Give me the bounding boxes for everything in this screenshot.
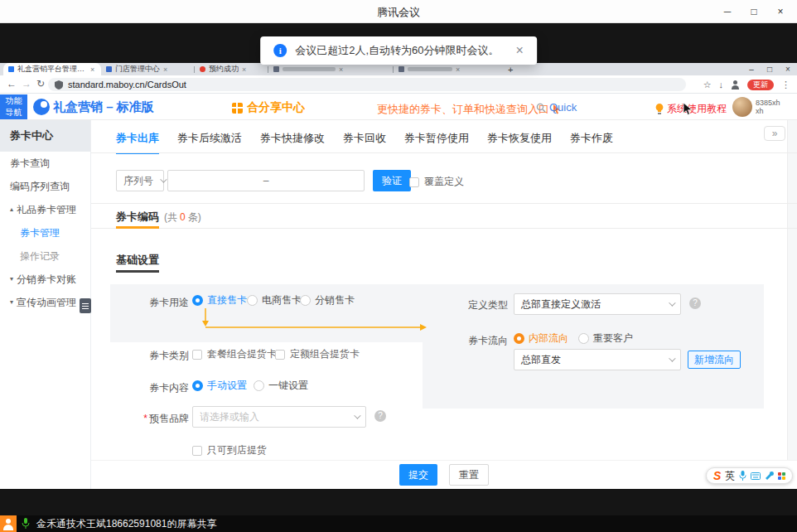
nav-toggle-button[interactable]: 功能 导航 [0,94,27,119]
checkbox-package-combo[interactable]: 套餐组合提货卡 [192,347,277,361]
tab-card-void[interactable]: 券卡作废 [570,131,613,154]
ime-logo-icon[interactable]: S [713,468,721,483]
sidebar-header: 券卡中心 [0,120,90,152]
help-icon[interactable]: ? [374,410,386,422]
minimize-icon[interactable]: ─ [714,0,741,23]
add-flow-button[interactable]: 新增流向 [688,351,741,369]
radio-direct-sale[interactable]: 直接售卡 [192,293,247,307]
browser-maximize-icon[interactable]: □ [761,63,779,75]
maximize-icon[interactable]: □ [741,0,767,23]
divider [91,152,797,153]
new-tab-icon[interactable]: + [508,65,513,75]
checkbox-icon [192,350,202,360]
radio-one-click-setup[interactable]: 一键设置 [254,379,308,393]
ime-toolbar[interactable]: S 英 [706,467,793,484]
tab-close-icon[interactable]: × [90,65,94,74]
help-icon[interactable]: ? [689,297,701,309]
user-avatar[interactable] [732,97,752,117]
tab-card-activate[interactable]: 券卡后续激活 [177,131,242,154]
sidebar-item-card-query[interactable]: 券卡查询 [0,152,90,175]
sidebar-collapse-handle[interactable] [80,298,91,313]
caret-down-icon: ▾ [10,291,13,314]
panel-collapse-button[interactable]: » [764,126,785,141]
toast-close-icon[interactable]: × [515,45,523,56]
sidebar-group-gift-card-mgmt[interactable]: ▴ 礼品券卡管理 [0,198,90,221]
browser-close-icon[interactable]: × [779,63,797,75]
brand-select[interactable]: 请选择或输入 [192,406,366,428]
back-icon[interactable]: ← [7,78,17,89]
browser-tab-active[interactable]: 礼盒营销平台管理中心 × [3,63,101,75]
radio-label: 直接售卡 [207,293,247,307]
browser-update-button[interactable]: 更新 [747,80,774,90]
close-icon[interactable]: × [767,0,794,23]
ime-language-toggle[interactable]: 英 [725,469,735,483]
serial-range-input[interactable] [167,170,365,191]
sidebar: 券卡中心 券卡查询 编码序列查询 ▴ 礼品券卡管理 券卡管理 操作记录 ▾ 分销… [0,120,91,489]
ime-mic-icon[interactable] [739,471,746,481]
override-checkbox[interactable]: 覆盖定义 [409,175,464,189]
divider [91,228,797,229]
tab-close-icon[interactable]: × [339,65,343,74]
tab-card-resume[interactable]: 券卡恢复使用 [487,131,552,154]
tab-label-obscured [283,67,336,71]
profile-icon[interactable] [731,80,740,89]
submit-button[interactable]: 提交 [399,464,437,486]
tab-card-suspend[interactable]: 券卡暂停使用 [404,131,469,154]
quick-label: Quick [549,101,577,114]
tab-label: 礼盒营销平台管理中心 [17,64,87,75]
count-value: 0 [180,211,186,223]
tab-card-outbound[interactable]: 券卡出库 [116,131,159,154]
define-type-select[interactable]: 总部直接定义激活 [514,293,681,315]
sidebar-item-label: 分销券卡对账 [17,268,76,291]
tab-card-recycle[interactable]: 券卡回收 [343,131,386,154]
share-status-text: 金禾通技术王斌18662591081的屏幕共享 [36,517,216,531]
browser-tab[interactable]: 预约成功 × [195,63,268,75]
browser-tab-obscured[interactable]: × [268,63,393,75]
radio-manual-setup[interactable]: 手动设置 [192,379,247,393]
bookmark-star-icon[interactable]: ☆ [703,80,712,90]
promo-link[interactable]: 更快捷的券卡、订单和快递查询入口 [377,102,561,117]
ime-keyboard-icon[interactable] [751,472,761,480]
tab-close-icon[interactable]: × [456,65,460,74]
radio-internal-flow[interactable]: 内部流向 [514,331,568,346]
shield-icon [55,80,63,89]
serial-type-select[interactable]: 序列号 [116,170,164,191]
quick-search[interactable]: Quick [536,101,577,114]
ime-panel-icon[interactable] [778,472,785,480]
tab-close-icon[interactable]: × [163,65,167,74]
browser-minimize-icon[interactable]: – [742,63,761,75]
define-type-value: 总部直接定义激活 [521,297,601,312]
url-bar[interactable]: standard.maboy.cn/CardsOut [48,78,686,91]
scrollbar[interactable] [787,120,797,489]
radio-distribution-sale[interactable]: 分销售卡 [300,293,355,307]
reset-button[interactable]: 重置 [449,464,489,486]
sidebar-group-promo-animation[interactable]: ▾ 宣传动画管理 [0,291,90,314]
share-center-link[interactable]: 合分享中心 [232,100,305,115]
microphone-icon[interactable] [22,518,30,530]
app-logo-icon [33,99,50,115]
mouse-cursor [683,103,693,116]
refresh-icon[interactable]: ↻ [36,78,45,89]
browser-tab[interactable]: 门店管理中心 × [101,63,194,75]
verify-button[interactable]: 验证 [373,170,411,191]
download-icon[interactable]: ↓ [719,80,724,89]
browser-menu-icon[interactable]: ⋮ [781,80,790,90]
sidebar-group-distribution-reconcile[interactable]: ▾ 分销券卡对账 [0,268,90,291]
lightbulb-icon [655,104,664,114]
sidebar-item-code-sequence-query[interactable]: 编码序列查询 [0,175,90,198]
tab-card-quick-edit[interactable]: 券卡快捷修改 [260,131,325,154]
radio-vip-customer[interactable]: 重要客户 [578,331,633,346]
sidebar-item-card-mgmt[interactable]: 券卡管理 [0,221,90,244]
tab-close-icon[interactable]: × [242,65,246,74]
checkbox-fixed-combo[interactable]: 定额组合提货卡 [275,347,360,361]
forward-icon[interactable]: → [22,78,31,89]
radio-icon [247,295,258,306]
checkbox-store-pickup-only[interactable]: 只可到店提货 [192,443,267,457]
radio-ecommerce-sale[interactable]: 电商售卡 [247,293,302,307]
sharer-avatar-icon[interactable] [0,515,17,532]
flow-select[interactable]: 总部直发 [514,349,681,370]
browser-tab-obscured[interactable]: × [394,63,501,75]
sidebar-item-operation-log[interactable]: 操作记录 [0,244,90,268]
ime-tools-icon[interactable] [765,472,774,481]
chevron-down-icon [669,299,675,306]
